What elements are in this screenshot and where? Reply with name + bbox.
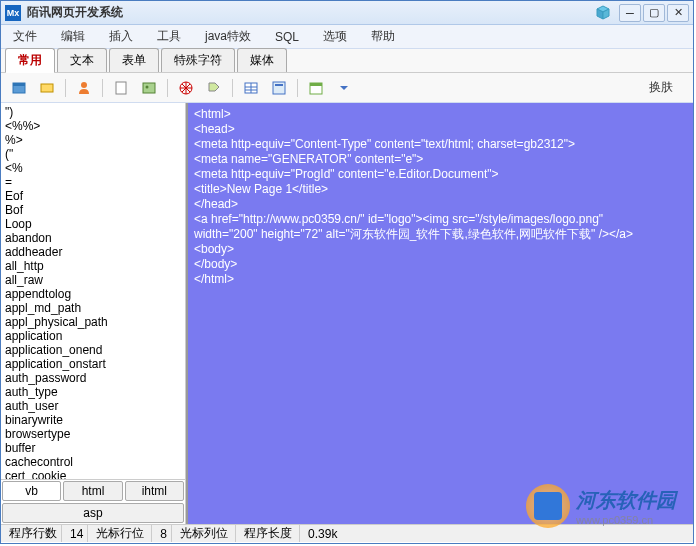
menu-tools[interactable]: 工具 [153,26,185,47]
status-len-value: 0.39k [304,525,341,542]
list-item[interactable]: appendtolog [5,287,181,301]
list-item[interactable]: appl_md_path [5,301,181,315]
tab-common[interactable]: 常用 [5,48,55,73]
list-item[interactable]: Eof [5,189,181,203]
tool-wheel-icon[interactable] [176,78,196,98]
list-item[interactable]: <%%> [5,119,181,133]
svg-rect-5 [41,84,53,92]
tool-form-icon[interactable] [269,78,289,98]
app-icon: Mx [5,5,21,21]
list-item[interactable]: auth_user [5,399,181,413]
svg-rect-8 [143,83,155,93]
app-window: Mx 陌讯网页开发系统 ─ ▢ ✕ 文件 编辑 插入 工具 java特效 SQL… [0,0,694,544]
minimize-button[interactable]: ─ [619,4,641,22]
status-len-label: 程序长度 [240,525,300,542]
code-line: <title>New Page 1</title> [194,182,687,197]
code-line: <html> [194,107,687,122]
status-rows-label: 程序行数 [5,525,62,542]
cube-icon [595,5,611,21]
code-line: </head> [194,197,687,212]
code-line: <meta name="GENERATOR" content="e"> [194,152,687,167]
list-item[interactable]: auth_type [5,385,181,399]
list-item[interactable]: all_raw [5,273,181,287]
list-item[interactable]: cert_cookie [5,469,181,479]
code-line: <a href="http://www.pc0359.cn/" id="logo… [194,212,687,227]
separator [102,79,103,97]
code-line: </body> [194,257,687,272]
tab-special[interactable]: 特殊字符 [161,48,235,72]
tool-user-icon[interactable] [74,78,94,98]
list-item[interactable]: (" [5,147,181,161]
tabbar: 常用 文本 表单 特殊字符 媒体 [1,49,693,73]
list-item[interactable]: ") [5,105,181,119]
status-col-label: 光标行位 [92,525,152,542]
sidebar-tabs: vb html ihtml asp [1,479,185,524]
list-item[interactable]: appl_physical_path [5,315,181,329]
list-item[interactable]: Bof [5,203,181,217]
svg-point-9 [146,85,149,88]
separator [232,79,233,97]
svg-point-6 [81,82,87,88]
menu-options[interactable]: 选项 [319,26,351,47]
menu-sql[interactable]: SQL [271,28,303,46]
list-item[interactable]: %> [5,133,181,147]
list-item[interactable]: Loop [5,217,181,231]
maximize-button[interactable]: ▢ [643,4,665,22]
svg-rect-20 [275,84,283,86]
code-line: <meta http-equiv="ProgId" content="e.Edi… [194,167,687,182]
separator [65,79,66,97]
list-item[interactable]: abandon [5,231,181,245]
code-line: <head> [194,122,687,137]
list-item[interactable]: application_onend [5,343,181,357]
status-col-value: 8 [156,525,172,542]
sidebar: ")<%%>%>("<%=EofBofLoopabandonaddheadera… [1,103,186,524]
menu-java[interactable]: java特效 [201,26,255,47]
btab-ihtml[interactable]: ihtml [125,481,184,501]
tool-down-icon[interactable] [334,78,354,98]
status-col2-label: 光标列位 [176,525,236,542]
separator [297,79,298,97]
window-controls: ─ ▢ ✕ [619,4,689,22]
list-item[interactable]: binarywrite [5,413,181,427]
list-item[interactable]: <% [5,161,181,175]
tool-calendar-icon[interactable] [306,78,326,98]
tool-icon-2[interactable] [37,78,57,98]
status-rows-value: 14 [66,525,88,542]
window-title: 陌讯网页开发系统 [27,4,595,21]
list-item[interactable]: buffer [5,441,181,455]
list-item[interactable]: browsertype [5,427,181,441]
code-line: </html> [194,272,687,287]
tool-page-icon[interactable] [111,78,131,98]
tab-form[interactable]: 表单 [109,48,159,72]
keyword-list[interactable]: ")<%%>%>("<%=EofBofLoopabandonaddheadera… [1,103,185,479]
close-button[interactable]: ✕ [667,4,689,22]
list-item[interactable]: addheader [5,245,181,259]
tool-image-icon[interactable] [139,78,159,98]
btab-vb[interactable]: vb [2,481,61,501]
tab-media[interactable]: 媒体 [237,48,287,72]
list-item[interactable]: cachecontrol [5,455,181,469]
menubar: 文件 编辑 插入 工具 java特效 SQL 选项 帮助 [1,25,693,49]
menu-help[interactable]: 帮助 [367,26,399,47]
list-item[interactable]: auth_password [5,371,181,385]
btab-asp[interactable]: asp [2,503,184,523]
code-line: <meta http-equiv="Content-Type" content=… [194,137,687,152]
code-editor[interactable]: <html><head><meta http-equiv="Content-Ty… [186,103,693,524]
tab-text[interactable]: 文本 [57,48,107,72]
tool-table-icon[interactable] [241,78,261,98]
svg-rect-7 [116,82,126,94]
menu-insert[interactable]: 插入 [105,26,137,47]
menu-edit[interactable]: 编辑 [57,26,89,47]
statusbar: 程序行数 14 光标行位 8 光标列位 程序长度 0.39k [1,524,693,542]
tool-tag-icon[interactable] [204,78,224,98]
tool-icon-1[interactable] [9,78,29,98]
list-item[interactable]: application [5,329,181,343]
svg-rect-19 [273,82,285,94]
list-item[interactable]: application_onstart [5,357,181,371]
list-item[interactable]: = [5,175,181,189]
btab-html[interactable]: html [63,481,122,501]
menu-file[interactable]: 文件 [9,26,41,47]
skin-button[interactable]: 换肤 [649,79,673,96]
code-line: <body> [194,242,687,257]
list-item[interactable]: all_http [5,259,181,273]
